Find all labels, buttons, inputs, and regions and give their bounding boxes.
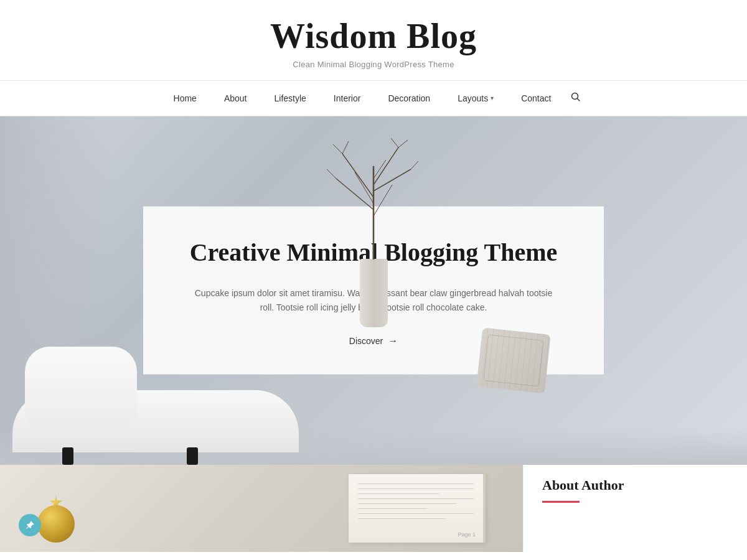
nav-item-lifestyle[interactable]: Lifestyle xyxy=(261,82,320,114)
site-title: Wisdom Blog xyxy=(12,17,735,56)
pin-badge xyxy=(19,514,41,536)
site-tagline: Clean Minimal Blogging WordPress Theme xyxy=(12,60,735,69)
search-icon[interactable] xyxy=(565,81,587,116)
book-shape: Page 1 xyxy=(349,474,486,543)
nav-item-layouts[interactable]: Layouts ▾ xyxy=(444,82,507,114)
arrow-icon: → xyxy=(388,335,398,347)
svg-line-10 xyxy=(333,144,342,154)
vase-decoration xyxy=(324,135,423,327)
svg-line-12 xyxy=(391,138,398,147)
nav-item-interior[interactable]: Interior xyxy=(320,82,375,114)
sidebar-divider xyxy=(542,501,580,503)
svg-line-1 xyxy=(578,98,580,101)
site-header: Wisdom Blog Clean Minimal Blogging WordP… xyxy=(0,0,747,81)
hero-section: Creative Minimal Blogging Theme Cupcake … xyxy=(0,116,747,465)
bottom-section: Page 1 About Author xyxy=(0,465,747,552)
sidebar-panel: About Author xyxy=(523,465,747,552)
svg-line-13 xyxy=(398,140,408,147)
sofa-decoration xyxy=(12,353,299,465)
nav-item-about[interactable]: About xyxy=(210,82,261,114)
nav-item-contact[interactable]: Contact xyxy=(507,82,565,114)
article-image: Page 1 xyxy=(0,465,523,552)
article-card: Page 1 xyxy=(0,465,523,552)
svg-line-15 xyxy=(411,161,418,169)
svg-line-11 xyxy=(342,141,349,154)
about-author-title: About Author xyxy=(542,477,728,493)
site-navigation: Home About Lifestyle Interior Decoration… xyxy=(0,81,747,116)
cushion-decoration xyxy=(476,327,550,393)
svg-line-7 xyxy=(355,172,374,203)
nav-item-home[interactable]: Home xyxy=(160,82,210,114)
gold-decor xyxy=(37,505,75,543)
discover-link[interactable]: Discover → xyxy=(349,335,398,347)
svg-line-14 xyxy=(327,169,336,179)
dropdown-arrow-icon: ▾ xyxy=(491,95,494,101)
nav-item-decoration[interactable]: Decoration xyxy=(374,82,444,114)
svg-line-3 xyxy=(342,154,374,197)
svg-line-6 xyxy=(374,169,411,191)
